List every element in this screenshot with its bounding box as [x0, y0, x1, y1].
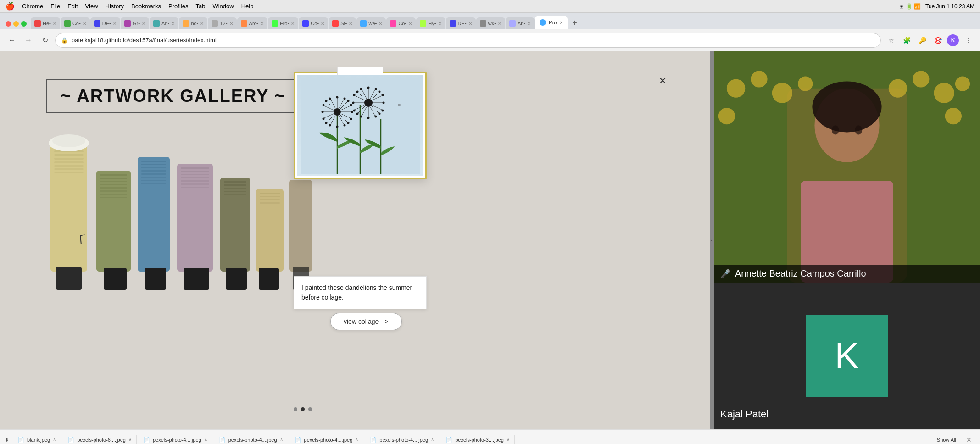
menu-edit[interactable]: Edit	[67, 3, 78, 10]
extension-icon3[interactable]: 🎯	[931, 34, 944, 47]
menu-tab[interactable]: Tab	[195, 3, 205, 10]
artwork-card	[294, 72, 427, 179]
svg-point-113	[383, 102, 385, 104]
tab-arc[interactable]: Arc• ✕	[237, 17, 267, 29]
tab-wk[interactable]: wk• ✕	[476, 17, 505, 29]
svg-point-120	[360, 116, 362, 118]
pagination-dot-2[interactable]	[301, 407, 305, 411]
participant-1-name-bar: 🎤 Annette Beatriz Campos Carrillo	[714, 265, 980, 283]
extension-icon2[interactable]: 🔑	[916, 34, 929, 47]
profile-button[interactable]: K	[947, 34, 959, 46]
tab-de1[interactable]: DE• ✕	[90, 17, 120, 29]
view-collage-button[interactable]: view collage -->	[330, 313, 402, 330]
apple-menu[interactable]: 🍎	[6, 2, 15, 11]
forward-button[interactable]: →	[22, 34, 35, 47]
menu-file[interactable]: File	[50, 3, 60, 10]
svg-point-78	[336, 126, 339, 128]
svg-rect-25	[141, 167, 166, 168]
menu-history[interactable]: History	[106, 3, 124, 10]
video-participant-1: 🎤 Annette Beatriz Campos Carrillo	[714, 51, 980, 283]
new-tab-button[interactable]: +	[568, 17, 581, 29]
tab-fro[interactable]: Fro• ✕	[268, 17, 298, 29]
svg-point-126	[398, 104, 401, 106]
download-item-3[interactable]: 📄 pexels-photo-4....jpeg ∧	[214, 435, 288, 444]
svg-rect-48	[256, 189, 284, 272]
menu-profiles[interactable]: Profiles	[168, 3, 188, 10]
svg-point-88	[344, 124, 346, 127]
chevron-icon-6: ∧	[507, 437, 510, 442]
tab-pro[interactable]: Pro ✕	[535, 16, 568, 29]
url-bar[interactable]: 🔒 patelkajal18.github.io/des157a/final/u…	[55, 33, 881, 48]
close-download-bar-button[interactable]: ✕	[963, 434, 975, 444]
tab-bo[interactable]: bo• ✕	[179, 17, 207, 29]
chrome-window: He• ✕ Co• ✕ DE• ✕ Gr• ✕ An• ✕ bo• ✕	[0, 13, 980, 444]
tab-hy[interactable]: Hy• ✕	[416, 17, 445, 29]
file-icon-5: 📄	[370, 437, 377, 443]
tab-st[interactable]: St• ✕	[329, 17, 356, 29]
mic-muted-icon: 🎤	[720, 269, 730, 279]
svg-rect-51	[260, 199, 280, 200]
download-item-2[interactable]: 📄 pexels-photo-4....jpeg ∧	[139, 435, 212, 444]
menu-bookmarks[interactable]: Bookmarks	[131, 3, 161, 10]
extension-icon1[interactable]: 🧩	[900, 34, 913, 47]
svg-rect-36	[181, 177, 209, 178]
more-menu-button[interactable]: ⋮	[962, 34, 974, 47]
close-window-btn[interactable]	[6, 21, 11, 27]
svg-point-79	[322, 111, 324, 113]
back-button[interactable]: ←	[6, 34, 18, 47]
tab-co1[interactable]: Co• ✕	[61, 17, 90, 29]
svg-rect-7	[54, 168, 84, 170]
svg-rect-43	[224, 184, 246, 186]
tab-de2[interactable]: DE• ✕	[446, 17, 476, 29]
vases-svg	[37, 97, 330, 327]
lock-icon: 🔒	[61, 37, 68, 44]
svg-rect-32	[177, 164, 213, 272]
show-all-button[interactable]: Show All	[932, 435, 961, 444]
view-collage-label: view collage -->	[344, 318, 389, 325]
tab-we[interactable]: we• ✕	[356, 17, 386, 29]
reload-button[interactable]: ↻	[39, 34, 51, 47]
participant-2-name-text: Kajal Patel	[720, 408, 768, 420]
svg-point-92	[350, 118, 352, 120]
svg-rect-28	[141, 177, 166, 178]
download-item-6[interactable]: 📄 pexels-photo-3....jpeg ∧	[441, 435, 515, 444]
svg-point-81	[325, 100, 328, 102]
svg-point-135	[934, 83, 954, 103]
pagination-dot-3[interactable]	[308, 407, 312, 411]
tab-gr[interactable]: Gr• ✕	[121, 17, 149, 29]
svg-point-124	[382, 94, 384, 96]
svg-rect-17	[100, 187, 127, 189]
minimize-window-btn[interactable]	[13, 21, 19, 27]
video-call-panel: 🎤 Annette Beatriz Campos Carrillo K Kaja…	[714, 51, 980, 429]
tab-co2[interactable]: Co• ✕	[299, 17, 328, 29]
svg-rect-39	[181, 187, 209, 188]
bookmark-icon[interactable]: ☆	[885, 34, 897, 47]
svg-rect-18	[100, 190, 127, 192]
svg-point-125	[382, 110, 384, 112]
tab-12[interactable]: 12• ✕	[208, 17, 236, 29]
tab-he[interactable]: He• ✕	[31, 17, 60, 29]
file-icon-3: 📄	[219, 437, 226, 443]
file-icon-0: 📄	[17, 437, 24, 443]
menu-window[interactable]: Window	[212, 3, 234, 10]
description-box: I painted these dandelions the summer be…	[294, 276, 427, 309]
menu-chrome[interactable]: Chrome	[22, 3, 43, 10]
menu-help[interactable]: Help	[241, 3, 254, 10]
svg-rect-54	[289, 180, 312, 272]
download-item-1[interactable]: 📄 pexels-photo-6....jpeg ∧	[63, 435, 137, 444]
svg-rect-40	[184, 268, 209, 290]
menu-view[interactable]: View	[85, 3, 98, 10]
tab-co3[interactable]: Co• ✕	[386, 17, 416, 29]
svg-rect-27	[141, 173, 166, 175]
close-modal-button[interactable]: ✕	[656, 74, 669, 87]
svg-point-86	[344, 98, 346, 100]
maximize-window-btn[interactable]	[21, 21, 27, 27]
download-item-4[interactable]: 📄 pexels-photo-4....jpeg ∧	[290, 435, 364, 444]
download-item-0[interactable]: 📄 blank.jpeg ∧	[13, 435, 61, 444]
svg-rect-15	[100, 181, 127, 182]
resize-handle[interactable]: ⋮	[710, 51, 714, 429]
tab-an1[interactable]: An• ✕	[150, 17, 178, 29]
pagination-dot-1[interactable]	[294, 407, 297, 411]
tab-an2[interactable]: An• ✕	[506, 17, 535, 29]
download-item-5[interactable]: 📄 pexels-photo-4....jpeg ∧	[365, 435, 439, 444]
